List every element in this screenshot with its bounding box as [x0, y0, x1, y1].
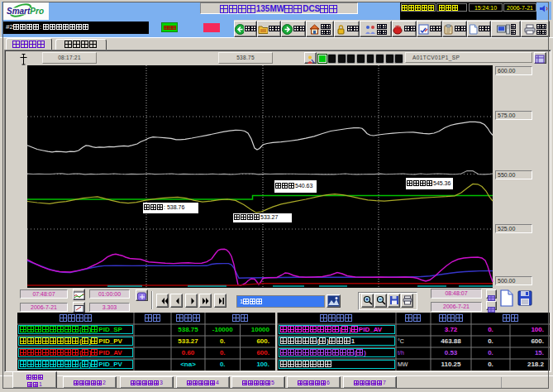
svg-text:SmartPro: SmartPro	[7, 7, 44, 16]
